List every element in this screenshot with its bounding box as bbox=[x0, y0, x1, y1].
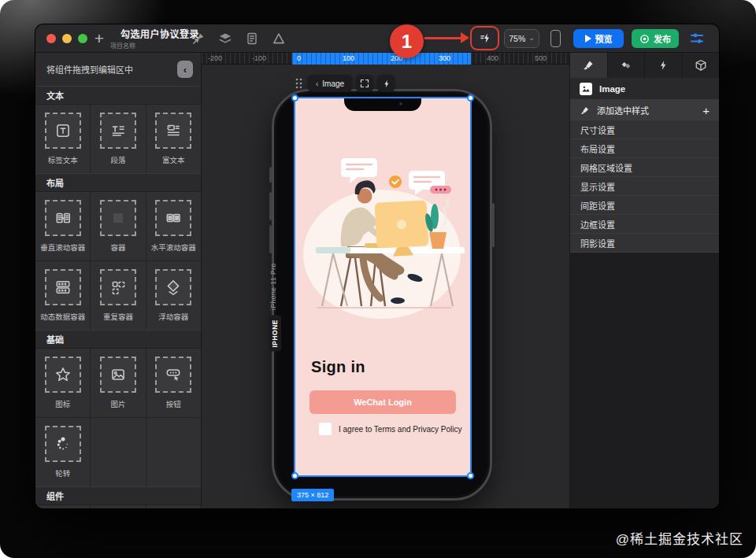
sidebar-hint: 将组件拖拽到编辑区中 bbox=[46, 63, 133, 76]
layers-icon[interactable] bbox=[218, 31, 232, 46]
empty-cell bbox=[91, 505, 145, 508]
dynamic-data-icon bbox=[45, 269, 81, 305]
component-tile-image[interactable]: 图片 bbox=[91, 349, 145, 417]
section-basic: 基础 bbox=[35, 330, 201, 349]
device-preview-icon[interactable] bbox=[550, 30, 561, 47]
tab-layers[interactable] bbox=[608, 53, 646, 78]
prism-icon[interactable] bbox=[272, 31, 286, 46]
editor-canvas[interactable]: -200 -100 0 100 200 300 400 500 ‹ Image bbox=[202, 53, 569, 508]
annotation-number: 1 bbox=[402, 31, 412, 53]
component-tile-paragraph[interactable]: 段落 bbox=[91, 105, 145, 173]
agreement-checkbox[interactable] bbox=[319, 423, 332, 435]
iphone-notch bbox=[344, 98, 421, 111]
cube-icon bbox=[695, 59, 707, 72]
ruler-tick: 100 bbox=[343, 54, 354, 62]
watermark: @稀土掘金技术社区 bbox=[616, 528, 743, 548]
selected-component-row: Image bbox=[570, 78, 719, 100]
component-tile-dynamic-data[interactable]: 动态数据容器 bbox=[35, 261, 90, 330]
add-style-label: 添加选中样式 bbox=[597, 104, 695, 116]
publish-button[interactable]: 发布 bbox=[632, 29, 679, 48]
close-window-button[interactable] bbox=[46, 34, 56, 43]
setting-spacing[interactable]: 间距设置 bbox=[570, 196, 719, 215]
event-bolt-button[interactable] bbox=[377, 75, 395, 92]
component-tile-rich-text[interactable]: 富文本 bbox=[146, 105, 201, 173]
tab-style[interactable] bbox=[570, 53, 608, 78]
ruler-tick: 400 bbox=[487, 54, 498, 62]
setting-shadow[interactable]: 阴影设置 bbox=[570, 234, 719, 253]
page-background: + 勾选用户协议登录 项目名称 75% ⌄ bbox=[0, 0, 756, 558]
component-tile-label-text[interactable]: 标签文本 bbox=[35, 105, 90, 173]
setting-border[interactable]: 边框设置 bbox=[570, 215, 719, 234]
diamond-stack-icon bbox=[620, 59, 632, 72]
add-icon[interactable]: + bbox=[91, 28, 108, 49]
component-tile-spinner[interactable]: 轮转 bbox=[35, 418, 90, 486]
inspector-panel: Image 添加选中样式 + 尺寸设置 布局设置 网格区域设置 显示设置 间距设… bbox=[569, 53, 719, 508]
agreement-text: I agree to Terms and Privacy Policy bbox=[339, 425, 462, 434]
tab-component-3d[interactable] bbox=[683, 53, 720, 78]
empty-cell bbox=[146, 418, 201, 486]
component-tile-vscroll[interactable]: 垂直滚动容器 bbox=[35, 192, 90, 261]
empty-cell bbox=[91, 418, 145, 486]
component-tile-container[interactable]: 容器 bbox=[91, 192, 145, 261]
setting-grid-area[interactable]: 网格区域设置 bbox=[570, 158, 719, 177]
picture-icon bbox=[100, 357, 136, 393]
wechat-login-button[interactable]: WeChat Login bbox=[309, 390, 456, 414]
button-icon bbox=[155, 357, 191, 393]
container-icon bbox=[100, 200, 136, 236]
bolt-icon bbox=[658, 59, 669, 72]
drag-handle-icon[interactable] bbox=[293, 76, 304, 91]
selected-component-name: Image bbox=[599, 84, 625, 94]
pin-icon[interactable] bbox=[191, 31, 206, 46]
setting-display[interactable]: 显示设置 bbox=[570, 177, 719, 196]
selection-handle-bottom-right[interactable] bbox=[467, 472, 474, 479]
ruler-tick: -100 bbox=[252, 54, 266, 62]
setting-size[interactable]: 尺寸设置 bbox=[570, 120, 719, 139]
add-selected-style-row[interactable]: 添加选中样式 + bbox=[570, 100, 719, 120]
paragraph-icon bbox=[100, 113, 136, 149]
inspector-tabs bbox=[570, 53, 719, 78]
ruler-tick: 500 bbox=[535, 54, 547, 62]
settings-sliders-icon[interactable] bbox=[690, 31, 704, 49]
eye-icon bbox=[639, 34, 650, 44]
component-tile-hscroll[interactable]: 水平滚动容器 bbox=[146, 192, 201, 261]
section-components: 组件 bbox=[35, 486, 201, 505]
horizontal-ruler: -200 -100 0 100 200 300 400 500 bbox=[202, 53, 569, 65]
maximize-window-button[interactable] bbox=[78, 34, 87, 43]
plus-icon[interactable]: + bbox=[702, 104, 710, 117]
breadcrumb[interactable]: ‹ Image bbox=[308, 75, 352, 92]
wechat-login-label: WeChat Login bbox=[354, 397, 412, 407]
zoom-value: 75% bbox=[509, 34, 525, 43]
zoom-dropdown[interactable]: 75% ⌄ bbox=[504, 29, 539, 48]
minimize-window-button[interactable] bbox=[62, 34, 72, 43]
component-tile-float[interactable]: 浮动容器 bbox=[146, 261, 201, 330]
publish-label: 发布 bbox=[654, 32, 671, 45]
chevron-left-icon: ‹ bbox=[316, 79, 318, 88]
setting-layout[interactable]: 布局设置 bbox=[570, 139, 719, 158]
selection-handle-top-right[interactable] bbox=[467, 94, 474, 102]
component-tile-repeat[interactable]: 重复容器 bbox=[91, 261, 145, 330]
selection-handle-bottom-left[interactable] bbox=[291, 472, 298, 479]
iphone-mockup: Sign in WeChat Login I agree to Terms an… bbox=[272, 89, 492, 501]
expand-selection-button[interactable] bbox=[356, 75, 373, 92]
section-layout: 布局 bbox=[35, 173, 201, 192]
power-button bbox=[492, 203, 495, 247]
selection-handle-top-left[interactable] bbox=[291, 94, 298, 102]
preview-button[interactable]: 预览 bbox=[573, 29, 624, 48]
tab-events[interactable] bbox=[645, 53, 683, 78]
empty-cell bbox=[35, 505, 90, 508]
play-icon bbox=[585, 35, 591, 42]
selected-image-component[interactable]: Sign in WeChat Login I agree to Terms an… bbox=[294, 97, 472, 477]
vertical-scroll-icon bbox=[45, 200, 81, 236]
collapse-sidebar-button[interactable]: ‹ bbox=[177, 61, 193, 78]
agreement-row: I agree to Terms and Privacy Policy bbox=[319, 423, 462, 435]
component-tile-icon[interactable]: 图标 bbox=[35, 349, 90, 417]
document-icon[interactable] bbox=[245, 31, 259, 46]
ruler-tick: 300 bbox=[439, 54, 450, 62]
toolbar: + 勾选用户协议登录 项目名称 75% ⌄ bbox=[35, 24, 719, 53]
preview-label: 预览 bbox=[595, 32, 613, 45]
empty-cell bbox=[146, 505, 201, 508]
volume-up-button bbox=[269, 192, 272, 220]
component-tile-button[interactable]: 按钮 bbox=[146, 349, 201, 417]
window-controls bbox=[46, 34, 87, 43]
inspector-empty-area bbox=[570, 253, 719, 508]
